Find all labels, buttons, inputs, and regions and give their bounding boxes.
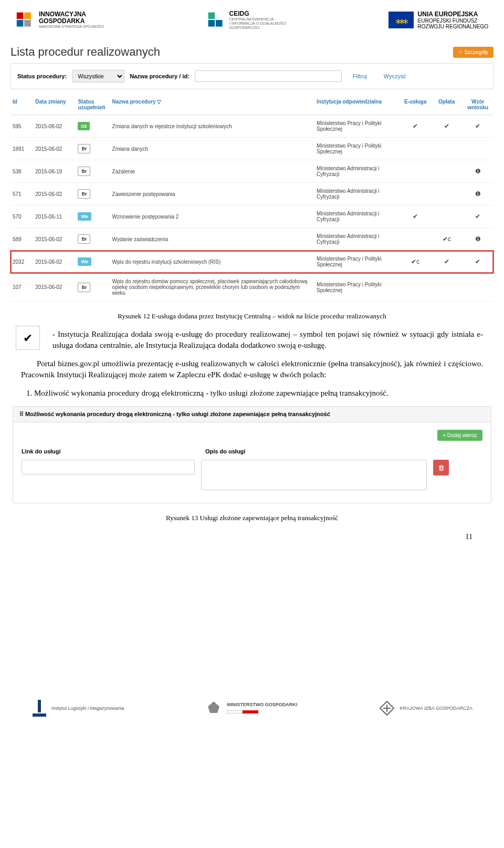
cell-eusluga [400,138,431,160]
svg-rect-5 [208,20,215,27]
cell-status: Br [76,183,110,205]
cell-status: Br [76,273,110,302]
cell-wzor: ✔ [462,205,494,228]
cell-inst: Ministerstwo Pracy i Polityki Społecznej [314,115,400,138]
para-2: Portal biznes.gov.pl umożliwia prezentac… [21,358,483,380]
cell-date: 2015-06-02 [33,273,76,302]
status-badge: Br [78,283,90,292]
table-row[interactable]: 1072015-06-02BrWpis do rejestru domów po… [10,273,494,302]
link-input[interactable] [22,460,195,474]
th-oplata[interactable]: Opłata [431,95,463,115]
th-inst[interactable]: Instytucja odpowiedzialna [314,95,400,115]
cell-eusluga: ✔c [400,251,431,273]
cell-status: We [76,205,110,228]
cell-wzor: ❶ [462,228,494,251]
add-row-button[interactable]: + Dodaj wiersz [437,430,482,441]
th-id[interactable]: Id [10,95,33,115]
svg-rect-10 [243,710,258,713]
cell-name: Wpis do rejestru domów pomocy społecznej… [110,273,315,302]
th-date[interactable]: Data zmiany [33,95,76,115]
th-name[interactable]: Nazwa procedury ▽ [110,95,315,115]
cell-id: 1891 [10,138,33,160]
cell-wzor: ✔ [462,251,494,273]
kig-icon [378,699,396,717]
details-button[interactable]: ☞ Szczegóły [453,47,494,58]
status-label: Status procedury: [17,73,67,79]
svg-rect-1 [24,13,31,19]
cell-oplata: ✔ [431,251,463,273]
footer-center-text: MINISTERSTWO GOSPODARKI [227,702,297,707]
logo-eu: ⁎⁎⁎ UNIA EUROPEJSKA EUROPEJSKI FUNDUSZ R… [388,11,488,29]
header-logos: INNOWACYJNA GOSPODARKA NARODOWA STRATEGI… [0,0,504,40]
table-row[interactable]: 5892015-06-02BrWydanie zaświadczeniaMini… [10,228,494,251]
cell-oplata: ✔ [431,115,463,138]
status-badge: Uz [78,122,90,130]
svg-rect-3 [24,20,31,27]
name-input[interactable] [195,70,342,82]
cell-wzor [462,138,494,160]
link-label: Link do usługi [22,448,205,454]
svg-rect-6 [216,20,223,27]
th-status[interactable]: Status uzupełnień [76,95,110,115]
eagle-icon [205,699,223,717]
svg-rect-4 [208,13,215,19]
cell-wzor: ✔ [462,115,494,138]
cell-date: 2015-06-11 [33,205,76,228]
status-badge: We [78,257,91,266]
cell-id: 538 [10,160,33,183]
cell-name: Zażalenie [110,160,315,183]
cell-date: 2015-06-02 [33,251,76,273]
cell-oplata [431,160,463,183]
cell-inst: Ministerstwo Administracji i Cyfryzacji [314,205,400,228]
cell-name: Wpis do rejestru instytucji szkoleniowyc… [110,251,315,273]
table-row[interactable]: 20322015-06-02WeWpis do rejestru instytu… [10,251,494,273]
th-wzor[interactable]: Wzór wniosku [462,95,494,115]
svg-rect-0 [17,13,24,19]
cell-name: Zmiana danych [110,138,315,160]
check-icon: ✔ [16,326,40,350]
cell-oplata [431,273,463,302]
page-title: Lista procedur realizowanych [10,45,160,59]
table-row[interactable]: 5952015-06-02UzZmiana danych w rejestrze… [10,115,494,138]
cell-status: Br [76,160,110,183]
status-select[interactable]: Wszystkie [72,70,124,82]
table-row[interactable]: 5382015-06-19BrZażalenieMinisterstwo Adm… [10,160,494,183]
status-badge: Br [78,234,90,244]
filter-panel: Status procedury: Wszystkie Nazwa proced… [10,63,494,89]
logo-text: UNIA EUROPEJSKA EUROPEJSKI FUNDUSZ ROZWO… [418,11,488,29]
para-3: 1. Możliwość wykonania procedury drogą e… [21,388,483,399]
cell-status: Br [76,138,110,160]
page-number: 11 [0,528,504,541]
footer-mg: MINISTERSTWO GOSPODARKI [205,699,297,717]
cell-name: Zmiana danych w rejestrze instytucji szk… [110,115,315,138]
title-row: Lista procedur realizowanych ☞ Szczegóły [10,45,494,59]
th-eusluga[interactable]: E-usługa [400,95,431,115]
table-row[interactable]: 5712015-06-02BrZawieszenie postępowaniaM… [10,183,494,205]
cell-date: 2015-06-02 [33,138,76,160]
table-row[interactable]: 18912015-06-02BrZmiana danychMinisterstw… [10,138,494,160]
cell-eusluga: ✔ [400,115,431,138]
cell-inst: Ministerstwo Pracy i Polityki Społecznej [314,251,400,273]
delete-row-button[interactable]: 🗑 [433,460,449,475]
cell-wzor [462,273,494,302]
eservice-panel: ⠿ Możliwość wykonania procedury drogą el… [13,406,491,503]
opis-textarea[interactable] [201,460,427,490]
cell-inst: Ministerstwo Administracji i Cyfryzacji [314,228,400,251]
cell-eusluga: ✔ [400,205,431,228]
cell-date: 2015-06-02 [33,115,76,138]
cell-oplata: ✔c [431,228,463,251]
clear-button[interactable]: Wyczyść [378,70,412,82]
footer-kig: KRAJOWA IZBA GOSPODARCZA [378,699,472,717]
cell-eusluga [400,228,431,251]
cell-oplata [431,205,463,228]
cell-id: 107 [10,273,33,302]
ilim-icon [32,699,47,718]
cell-eusluga [400,183,431,205]
caption-fig12: Rysunek 12 E-usługa dodana przez Instytu… [21,312,483,320]
cell-wzor: ❶ [462,160,494,183]
ceidg-icon [206,11,225,29]
status-badge: We [78,212,91,221]
filter-button[interactable]: Filtruj [347,70,373,82]
cell-name: Wydanie zaświadczenia [110,228,315,251]
table-row[interactable]: 5702015-06-11WeWznowienie postępowania 2… [10,205,494,228]
